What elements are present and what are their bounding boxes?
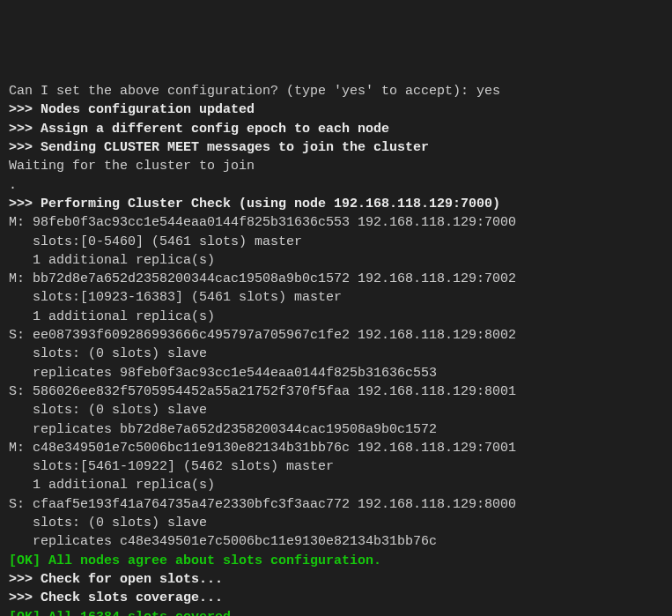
terminal-line: slots:[5461-10922] (5462 slots) master xyxy=(9,459,334,474)
terminal-line: slots:[10923-16383] (5461 slots) master xyxy=(9,290,342,305)
terminal-line: replicates 98feb0f3ac93cc1e544eaa0144f82… xyxy=(9,366,437,381)
terminal-line: 1 additional replica(s) xyxy=(9,309,215,324)
terminal-line: >>> Nodes configuration updated xyxy=(9,102,255,117)
terminal-line: slots: (0 slots) slave xyxy=(9,346,207,361)
terminal-line: M: c48e349501e7c5006bc11e9130e82134b31bb… xyxy=(9,441,516,456)
terminal-output: Can I set the above configuration? (type… xyxy=(9,82,663,616)
terminal-line: Waiting for the cluster to join xyxy=(9,159,255,174)
terminal-line: [OK] All 16384 slots covered. xyxy=(9,610,239,617)
terminal-line: 1 additional replica(s) xyxy=(9,478,215,493)
terminal-line: Can I set the above configuration? (type… xyxy=(9,84,500,99)
terminal-line: replicates bb72d8e7a652d2358200344cac195… xyxy=(9,422,437,437)
terminal-line: S: cfaaf5e193f41a764735a47e2330bfc3f3aac… xyxy=(9,497,516,512)
terminal-line: M: bb72d8e7a652d2358200344cac19508a9b0c1… xyxy=(9,271,516,286)
terminal-line: >>> Performing Cluster Check (using node… xyxy=(9,197,500,212)
terminal-line: replicates c48e349501e7c5006bc11e9130e82… xyxy=(9,534,437,549)
terminal-line: [OK] All nodes agree about slots configu… xyxy=(9,553,381,568)
terminal-line: >>> Check for open slots... xyxy=(9,572,223,587)
terminal-line: . xyxy=(9,178,17,193)
terminal-line: >>> Sending CLUSTER MEET messages to joi… xyxy=(9,140,429,155)
terminal-line: >>> Assign a different config epoch to e… xyxy=(9,122,389,137)
terminal-line: slots:[0-5460] (5461 slots) master xyxy=(9,234,302,249)
terminal-line: S: 586026ee832f5705954452a55a21752f370f5… xyxy=(9,384,516,399)
terminal-line: 1 additional replica(s) xyxy=(9,253,215,268)
terminal-line: M: 98feb0f3ac93cc1e544eaa0144f825b31636c… xyxy=(9,215,516,230)
terminal-line: slots: (0 slots) slave xyxy=(9,516,207,531)
terminal-line: S: ee087393f609286993666c495797a705967c1… xyxy=(9,328,516,343)
terminal-line: >>> Check slots coverage... xyxy=(9,590,223,605)
terminal-line: slots: (0 slots) slave xyxy=(9,403,207,418)
